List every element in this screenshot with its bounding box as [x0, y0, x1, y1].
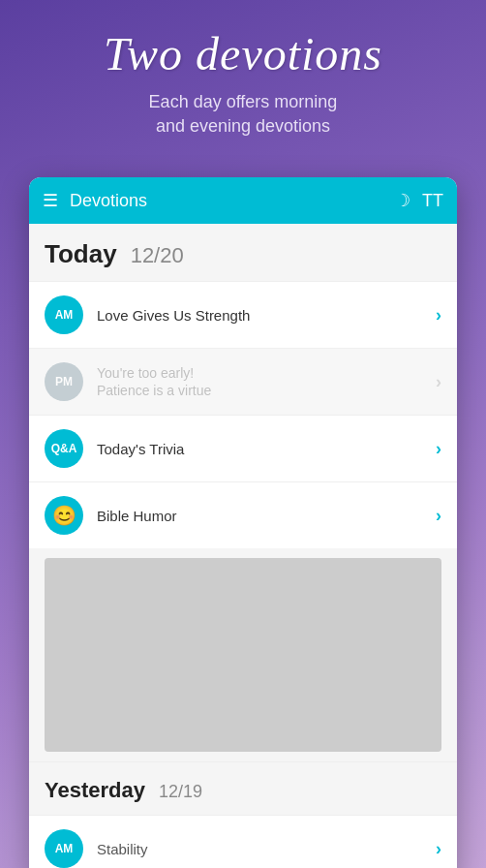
pm-devotion-item: PM You're too early!Patience is a virtue… [29, 348, 457, 415]
qa-badge: Q&A [45, 429, 83, 468]
yesterday-am-item[interactable]: AM Stability › [29, 815, 457, 868]
bible-humor-item[interactable]: 😊 Bible Humor › [29, 481, 457, 548]
text-size-icon[interactable]: TT [422, 191, 443, 211]
main-title: Two devotions [19, 29, 467, 80]
pm-badge: PM [45, 362, 83, 401]
yesterday-am-text: Stability [97, 841, 436, 857]
today-header: Today 12/20 [29, 224, 457, 281]
moon-icon[interactable]: ☽ [395, 190, 410, 211]
smile-badge: 😊 [45, 496, 83, 535]
yesterday-date: 12/19 [159, 782, 202, 802]
yesterday-label: Yesterday [45, 778, 145, 803]
yesterday-am-chevron-icon: › [436, 839, 441, 859]
today-date: 12/20 [131, 243, 184, 268]
am-badge: AM [45, 295, 83, 334]
qa-chevron-icon: › [436, 439, 441, 459]
bible-humor-text: Bible Humor [97, 508, 436, 524]
menu-icon[interactable]: ☰ [43, 190, 58, 211]
am-devotion-item[interactable]: AM Love Gives Us Strength › [29, 281, 457, 348]
subtitle: Each day offers morning and evening devo… [19, 90, 467, 139]
pm-chevron-icon: › [436, 372, 441, 392]
am-devotion-text: Love Gives Us Strength [97, 307, 436, 324]
toolbar-right-icons: ☽ TT [395, 190, 443, 211]
toolbar-title: Devotions [70, 191, 395, 211]
app-toolbar: ☰ Devotions ☽ TT [29, 177, 457, 224]
ad-banner [45, 558, 441, 752]
top-section: Two devotions Each day offers morning an… [0, 0, 486, 158]
today-label: Today [45, 239, 117, 269]
am-chevron-icon: › [436, 305, 441, 326]
pm-devotion-text: You're too early!Patience is a virtue [97, 364, 436, 399]
app-card: ☰ Devotions ☽ TT Today 12/20 AM Love Giv… [29, 177, 457, 868]
yesterday-header: Yesterday 12/19 [29, 761, 457, 815]
humor-chevron-icon: › [436, 506, 441, 526]
qa-trivia-item[interactable]: Q&A Today's Trivia › [29, 415, 457, 481]
yesterday-am-badge: AM [45, 829, 83, 868]
qa-trivia-text: Today's Trivia [97, 441, 436, 457]
